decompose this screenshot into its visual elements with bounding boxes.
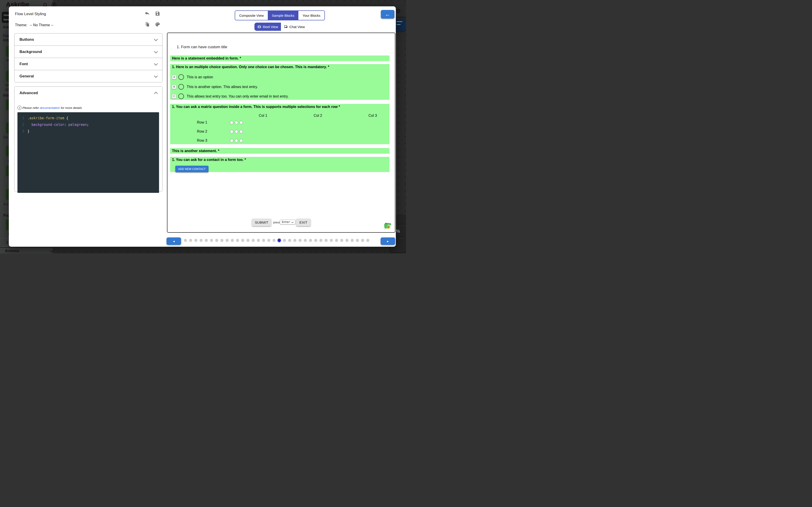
accordion-label: Font — [19, 62, 28, 66]
submit-button[interactable]: SUBMIT — [252, 219, 271, 226]
matrix-col-header: Col 1 — [249, 114, 276, 118]
pager-prev-button[interactable]: ◂ — [166, 237, 181, 245]
pager-dot[interactable] — [319, 239, 322, 242]
documentation-link[interactable]: documentation — [40, 106, 60, 110]
matrix-circle[interactable] — [230, 139, 233, 143]
matrix-circle[interactable] — [240, 130, 243, 133]
pager-dot[interactable] — [340, 239, 343, 242]
code-line-text: .askribe-form-item { — [28, 115, 68, 121]
option-key-badge: C — [172, 94, 176, 99]
pager-dot[interactable] — [262, 239, 265, 242]
matrix-circle[interactable] — [240, 139, 243, 143]
chat-icon — [284, 25, 288, 29]
option-radio[interactable] — [178, 84, 184, 90]
actions-row[interactable]: Actions — [0, 247, 53, 253]
pager-dot[interactable] — [252, 239, 255, 242]
pager-dot[interactable] — [299, 239, 302, 242]
view-tab-composite-view[interactable]: Composite View — [235, 11, 268, 20]
accordion-row-buttons[interactable]: Buttons — [14, 34, 162, 46]
pager-dot[interactable] — [330, 239, 333, 242]
pager-dot[interactable] — [257, 239, 260, 242]
theme-value: -- No Theme -- — [30, 23, 53, 27]
matrix-circle[interactable] — [235, 121, 238, 124]
statement-2-text: This is another statement. * — [170, 148, 390, 154]
accordion-row-background[interactable]: Background — [14, 46, 162, 58]
pager-dot-active[interactable] — [278, 239, 281, 242]
chevron-down-icon — [154, 37, 158, 41]
pager-dot[interactable] — [184, 239, 187, 242]
pager-dot[interactable] — [241, 239, 244, 242]
matrix-title: 1. You can ask a matrix question inside … — [170, 104, 390, 109]
css-code-editor[interactable]: 1.askribe-form-item {2background-color: … — [17, 112, 159, 193]
pager-dot[interactable] — [335, 239, 338, 242]
matrix-row-label: Row 2 — [189, 129, 216, 133]
chevron-down-icon — [154, 62, 158, 65]
pager-dot[interactable] — [361, 239, 364, 242]
flow-level-styling-modal: Flow Level Styling Theme: -- No Theme --… — [9, 6, 396, 247]
view-tab-your-blocks[interactable]: Your Blocks — [298, 11, 324, 20]
pager-dot[interactable] — [220, 239, 223, 242]
pager-dot[interactable] — [236, 239, 239, 242]
mode-tab-label: Reel View — [263, 25, 278, 29]
advanced-label: Advanced — [19, 91, 38, 95]
code-line-text: } — [28, 128, 30, 135]
pager-dot[interactable] — [215, 239, 218, 242]
pager-dot[interactable] — [272, 239, 275, 242]
gear-icon: ⚙ — [396, 8, 401, 14]
pager-dot[interactable] — [194, 239, 197, 242]
pager-dot[interactable] — [304, 239, 307, 242]
pager-dot[interactable] — [288, 239, 291, 242]
pager-dot[interactable] — [356, 239, 359, 242]
exit-button[interactable]: EXIT — [296, 219, 311, 226]
pager-dot[interactable] — [283, 239, 286, 242]
mode-tab-reel-view[interactable]: Reel View — [254, 23, 281, 31]
percent-label: % — [396, 228, 400, 234]
press-label: press — [273, 221, 280, 224]
add-new-contact-button[interactable]: ADD NEW CONTACT — [175, 166, 208, 172]
pager-dot[interactable] — [293, 239, 296, 242]
back-button[interactable]: ← — [381, 10, 395, 18]
matrix-circle[interactable] — [235, 130, 238, 133]
option-radio[interactable] — [178, 94, 184, 99]
accordion-row-general[interactable]: General — [14, 70, 162, 82]
pager-dot[interactable] — [267, 239, 270, 242]
pager-next-button[interactable]: ▸ — [380, 237, 395, 245]
pager-dot[interactable] — [231, 239, 234, 242]
pager-dot[interactable] — [247, 239, 249, 242]
pager-dot[interactable] — [346, 239, 348, 242]
statement-block-2: This is another statement. * — [170, 148, 390, 154]
statement-1-text: Here is a statement embedded in form. * — [170, 55, 390, 61]
chevron-down-icon — [154, 74, 158, 78]
matrix-circle[interactable] — [230, 121, 233, 124]
pager-dot[interactable] — [314, 239, 317, 242]
matrix-circle[interactable] — [235, 139, 238, 143]
matrix-row-circles — [230, 121, 243, 124]
pager-dot[interactable] — [189, 239, 192, 242]
pager-dot[interactable] — [325, 239, 327, 242]
pager-dot[interactable] — [226, 239, 229, 242]
mode-tab-chat-view[interactable]: Chat View — [281, 23, 308, 31]
pager-dot[interactable] — [210, 239, 213, 242]
matrix-col-header: Col 2 — [304, 114, 332, 118]
option-label: This is another option. This allows text… — [187, 85, 258, 89]
pager-dot[interactable] — [200, 239, 203, 242]
palette-icon[interactable] — [155, 22, 160, 27]
option-radio[interactable] — [178, 74, 184, 80]
option-key-badge: B — [172, 84, 176, 89]
advanced-header[interactable]: Advanced — [14, 87, 162, 99]
matrix-row-label: Row 3 — [189, 138, 216, 143]
pager-dot[interactable] — [205, 239, 208, 242]
save-icon[interactable] — [155, 11, 160, 16]
accordion-row-font[interactable]: Font — [14, 58, 162, 70]
pager-dot[interactable] — [309, 239, 312, 242]
pager-dot[interactable] — [366, 239, 369, 242]
copy-theme-icon[interactable] — [145, 22, 150, 27]
code-line: 1.askribe-form-item { — [17, 115, 159, 121]
matrix-circle[interactable] — [230, 130, 233, 133]
pager-dot[interactable] — [351, 239, 354, 242]
undo-icon[interactable] — [145, 11, 150, 16]
matrix-row-circles — [230, 130, 243, 133]
view-tab-sample-blocks[interactable]: Sample Blocks — [268, 11, 298, 20]
option-label: This is an option — [187, 75, 213, 79]
matrix-circle[interactable] — [240, 121, 243, 124]
